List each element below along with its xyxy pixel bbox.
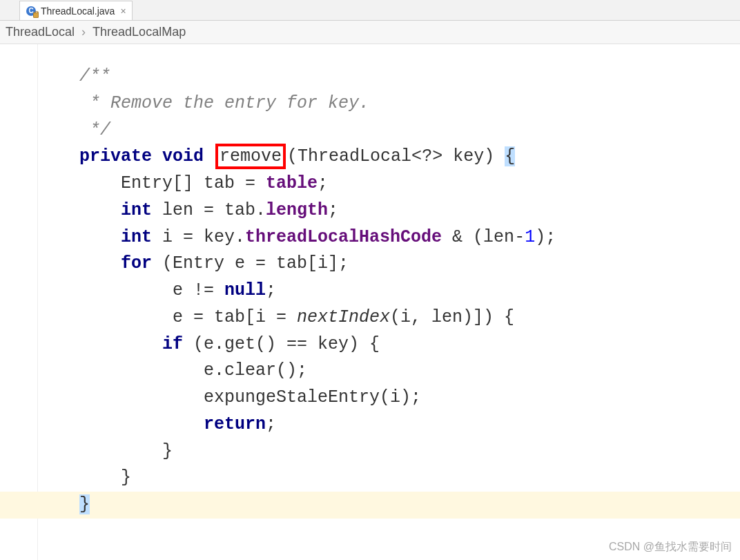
code-text: (Entry e = tab[i]; — [152, 253, 349, 273]
keyword: for — [79, 253, 152, 273]
breadcrumb-item[interactable]: ThreadLocalMap — [92, 25, 186, 39]
keyword: return — [79, 414, 266, 434]
breadcrumb: ThreadLocal › ThreadLocalMap — [0, 21, 740, 44]
code-text: Entry[] tab = — [79, 173, 266, 193]
code-text: ; — [266, 280, 276, 300]
keyword: int — [79, 227, 152, 247]
gutter — [0, 44, 38, 560]
breadcrumb-item[interactable]: ThreadLocal — [6, 25, 75, 39]
code-area[interactable]: /** * Remove the entry for key. */ priva… — [38, 44, 740, 560]
code-text: len = tab. — [152, 200, 266, 220]
code-text: } — [79, 441, 173, 461]
brace-highlight: } — [79, 494, 90, 514]
code-text: ; — [318, 173, 328, 193]
keyword: int — [79, 200, 152, 220]
code-text: e = tab[i = — [79, 307, 297, 327]
code-text: e != — [79, 280, 224, 300]
method-call: nextIndex — [297, 307, 390, 327]
keyword: null — [224, 280, 266, 300]
code-text: expungeStaleEntry(i); — [79, 387, 421, 407]
code-text: ; — [266, 414, 276, 434]
code-text: (e.get() == key) { — [183, 334, 380, 354]
file-tab[interactable]: C ThreadLocal.java × — [19, 1, 133, 20]
tab-filename: ThreadLocal.java — [41, 6, 115, 17]
keyword: if — [79, 334, 183, 354]
code-text: ; — [328, 200, 338, 220]
code-text: } — [79, 467, 131, 487]
field-ref: length — [266, 200, 328, 220]
comment-line: */ — [79, 120, 110, 140]
editor: /** * Remove the entry for key. */ priva… — [0, 44, 740, 560]
code-text: e.clear(); — [79, 360, 307, 380]
lock-icon — [33, 12, 39, 18]
keyword: private — [79, 146, 152, 166]
class-file-icon: C — [26, 6, 37, 17]
code-text: (i, len)]) { — [390, 307, 514, 327]
field-ref: threadLocalHashCode — [245, 227, 442, 247]
chevron-right-icon: › — [81, 25, 86, 39]
field-ref: table — [266, 173, 318, 193]
code-text: i = key. — [152, 227, 245, 247]
keyword: void — [162, 146, 204, 166]
comment-line: * Remove the entry for key. — [79, 93, 369, 113]
code-text: (ThreadLocal<?> key) — [287, 146, 505, 166]
current-line-highlight: } — [0, 492, 740, 519]
code-text: ); — [535, 227, 556, 247]
annotation-box: remove — [215, 144, 286, 169]
brace-highlight: { — [505, 146, 515, 166]
code-text: & (len- — [442, 227, 525, 247]
number-literal: 1 — [525, 227, 535, 247]
close-icon[interactable]: × — [120, 6, 126, 16]
comment-line: /** — [79, 66, 110, 86]
tab-bar: C ThreadLocal.java × — [0, 0, 740, 21]
watermark: CSDN @鱼找水需要时间 — [609, 540, 732, 554]
